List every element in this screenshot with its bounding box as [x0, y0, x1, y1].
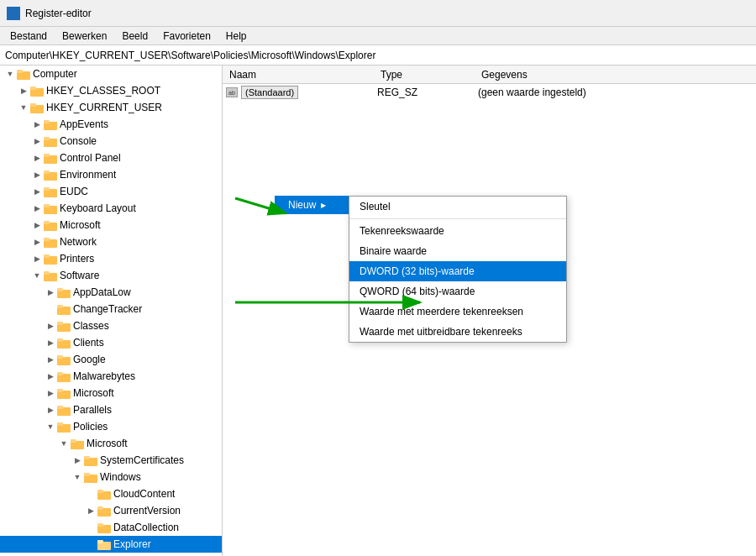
tree-item-windows[interactable]: Windows — [0, 469, 222, 485]
svg-rect-43 — [57, 389, 63, 392]
tree-item-computer[interactable]: Computer — [0, 66, 222, 82]
tree-item-changetracker[interactable]: ChangeTracker — [0, 301, 222, 317]
tree-label-hkey-classes-root: HKEY_CLASSES_ROOT — [46, 85, 160, 97]
folder-icon-environment — [44, 169, 57, 181]
expander-parallels[interactable] — [44, 401, 57, 418]
folder-icon-computer — [17, 68, 30, 80]
tree-item-environment[interactable]: Environment — [0, 166, 222, 183]
expander-appevents[interactable] — [30, 116, 44, 133]
app-icon — [7, 7, 20, 20]
expander-windows[interactable] — [71, 469, 84, 485]
tree-item-microsoft-software[interactable]: Microsoft — [0, 385, 222, 401]
tree-label-hkey-current-user: HKEY_CURRENT_USER — [46, 102, 162, 113]
tree-item-network[interactable]: Network — [0, 233, 222, 250]
svg-rect-57 — [97, 506, 103, 510]
tree-item-parallels[interactable]: Parallels — [0, 401, 222, 418]
expander-eudc[interactable] — [30, 183, 44, 200]
expander-console[interactable] — [30, 133, 44, 149]
expander-hkey-classes-root[interactable] — [17, 82, 30, 99]
expander-policies[interactable] — [44, 418, 57, 435]
menu-favorieten[interactable]: Favorieten — [156, 29, 218, 44]
expander-microsoft[interactable] — [30, 217, 44, 233]
submenu-tekenreeks[interactable]: Tekenreekswaarde — [349, 221, 566, 241]
expander-network[interactable] — [30, 233, 44, 250]
tree-item-datacollection[interactable]: DataCollection — [0, 519, 222, 536]
tree-item-hkey-classes-root[interactable]: HKEY_CLASSES_ROOT — [0, 82, 222, 99]
submenu-dword[interactable]: DWORD (32 bits)-waarde — [349, 261, 566, 281]
tree-label-network: Network — [60, 236, 97, 248]
tree-label-cloudcontent: CloudContent — [113, 488, 175, 500]
svg-rect-49 — [71, 439, 76, 443]
expander-appdatalow[interactable] — [44, 284, 57, 301]
svg-rect-17 — [44, 170, 50, 174]
tree-item-explorer[interactable]: Explorer — [0, 536, 222, 553]
arrow-2 — [231, 292, 500, 317]
expander-currentversion[interactable] — [84, 502, 97, 519]
folder-icon-eudc — [44, 186, 57, 197]
tree-item-google[interactable]: Google — [0, 351, 222, 368]
folder-icon-hkey-current-user — [30, 102, 44, 113]
svg-rect-21 — [44, 204, 50, 207]
svg-rect-55 — [97, 490, 103, 493]
expander-microsoft-policies[interactable] — [57, 435, 71, 452]
tree-label-software: Software — [60, 270, 99, 281]
tree-item-microsoft[interactable]: Microsoft — [0, 217, 222, 233]
tree-item-clients[interactable]: Clients — [0, 334, 222, 351]
address-path: Computer\HKEY_CURRENT_USER\Software\Poli… — [5, 50, 375, 61]
svg-rect-35 — [57, 322, 63, 325]
expander-printers[interactable] — [30, 250, 44, 267]
expander-systemcertificates[interactable] — [71, 452, 84, 469]
tree-item-systemcertificates[interactable]: SystemCertificates — [0, 452, 222, 469]
expander-environment[interactable] — [30, 166, 44, 183]
folder-icon-microsoft-policies — [71, 438, 84, 449]
svg-rect-3 — [14, 14, 19, 19]
address-bar: Computer\HKEY_CURRENT_USER\Software\Poli… — [0, 45, 756, 66]
tree-item-cloudcontent[interactable]: CloudContent — [0, 485, 222, 502]
svg-rect-47 — [57, 422, 63, 426]
tree-item-appdatalow[interactable]: AppDataLow — [0, 284, 222, 301]
tree-item-eudc[interactable]: EUDC — [0, 183, 222, 200]
expander-google[interactable] — [44, 351, 57, 368]
expander-power[interactable] — [30, 553, 44, 556]
tree-item-malwarebytes[interactable]: Malwarebytes — [0, 368, 222, 385]
expander-explorer — [84, 536, 97, 553]
expander-control-panel[interactable] — [30, 149, 44, 166]
folder-icon-currentversion — [97, 505, 111, 517]
tree-item-control-panel[interactable]: Control Panel — [0, 149, 222, 166]
tree-label-changetracker: ChangeTracker — [73, 303, 142, 315]
tree-label-environment: Environment — [60, 169, 116, 181]
menu-beeld[interactable]: Beeld — [115, 29, 155, 44]
expander-clients[interactable] — [44, 334, 57, 351]
tree-item-policies[interactable]: Policies — [0, 418, 222, 435]
tree-item-power[interactable]: Power — [0, 553, 222, 556]
tree-item-currentversion[interactable]: CurrentVersion — [0, 502, 222, 519]
expander-computer[interactable] — [3, 66, 17, 82]
submenu-sleutel[interactable]: Sleutel — [349, 197, 566, 217]
reg-row-standaard[interactable]: ab (Standaard) REG_SZ (geen waarde inges… — [223, 84, 756, 101]
tree-item-microsoft-policies[interactable]: Microsoft — [0, 435, 222, 452]
expander-software[interactable] — [30, 267, 44, 284]
tree-item-hkey-current-user[interactable]: HKEY_CURRENT_USER — [0, 99, 222, 116]
tree-item-keyboard-layout[interactable]: Keyboard Layout — [0, 200, 222, 217]
tree-item-appevents[interactable]: AppEvents — [0, 116, 222, 133]
tree-item-classes[interactable]: Classes — [0, 317, 222, 334]
tree-item-printers[interactable]: Printers — [0, 250, 222, 267]
menu-bewerken[interactable]: Bewerken — [55, 29, 113, 44]
expander-malwarebytes[interactable] — [44, 368, 57, 385]
svg-rect-53 — [84, 473, 90, 476]
menu-bestand[interactable]: Bestand — [3, 29, 54, 44]
submenu-expand[interactable]: Waarde met uitbreidbare tekenreeks — [349, 322, 566, 342]
submenu-binaire[interactable]: Binaire waarde — [349, 241, 566, 261]
expander-hkey-current-user[interactable] — [17, 99, 30, 116]
menu-help[interactable]: Help — [219, 29, 254, 44]
tree-item-software[interactable]: Software — [0, 267, 222, 284]
expander-classes[interactable] — [44, 317, 57, 334]
svg-rect-59 — [97, 523, 103, 527]
folder-icon-printers — [44, 253, 57, 265]
folder-icon-clients — [57, 337, 71, 349]
tree-label-computer: Computer — [33, 68, 77, 80]
expander-microsoft-software[interactable] — [44, 385, 57, 401]
expander-keyboard-layout[interactable] — [30, 200, 44, 217]
tree-item-console[interactable]: Console — [0, 133, 222, 149]
svg-rect-1 — [14, 8, 19, 13]
